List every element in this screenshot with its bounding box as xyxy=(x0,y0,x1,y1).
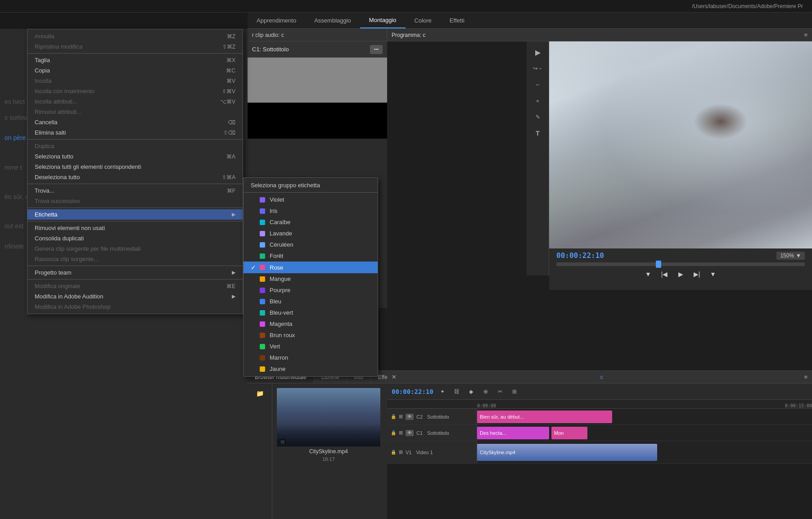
clip-c2-bien-sur[interactable]: Bien sûr, au début... xyxy=(477,411,612,423)
menu-modifica-audition[interactable]: Modifica in Adobe Audition ▶ xyxy=(27,291,243,302)
v1-lock-icon[interactable]: 🔒 xyxy=(391,450,396,455)
progetto-team-arrow: ▶ xyxy=(232,270,235,275)
track-content-c2: Bien sûr, au début... xyxy=(477,409,812,424)
submenu-pourpre[interactable]: Pourpre xyxy=(244,284,378,296)
scrub-bar[interactable] xyxy=(556,262,805,266)
c1-lock-icon[interactable]: 🔒 xyxy=(391,430,396,435)
clip-v1-cityskyline[interactable]: CitySkyline.mp4 xyxy=(477,444,657,461)
rose-dot xyxy=(260,265,265,270)
menu-seleziona-corr[interactable]: Seleziona tutti gli elementi corrisponde… xyxy=(27,162,243,172)
rolling-button[interactable]: ✎ xyxy=(531,111,545,123)
brun-roux-dot xyxy=(260,333,265,338)
submenu-foret[interactable]: Forêt xyxy=(244,250,378,262)
menu-taglia[interactable]: Taglia ⌘X xyxy=(27,55,243,65)
video-overlay xyxy=(549,41,812,248)
subtitle-menu-btn[interactable]: ••• xyxy=(370,45,383,54)
menu-rimuovi-attr[interactable]: Rimuovi attributi... xyxy=(27,107,243,117)
submenu-mangue[interactable]: Mangue xyxy=(244,273,378,284)
menu-seleziona-tutto[interactable]: Seleziona tutto ⌘A xyxy=(27,151,243,162)
timeline-controls: 00:00:22:10 ✦ ⛓ ◆ ⊕ ✂ ⊞ xyxy=(387,384,812,400)
tl-insert-btn[interactable]: ⊕ xyxy=(480,387,491,397)
tl-scissors-btn[interactable]: ✂ xyxy=(495,387,505,397)
menu-annulla[interactable]: Annulla ⌘Z xyxy=(27,31,243,41)
tl-link-btn[interactable]: ⛓ xyxy=(451,387,462,397)
track-label-c2: 🔒 ⊞ 👁 C2 Sottotitolo xyxy=(387,409,477,424)
track-row-v1: 🔒 ⊞ V1 Video 1 CitySkyline.mp4 xyxy=(387,441,812,464)
tab-effetti[interactable]: Effetti xyxy=(441,13,474,28)
track-label-text-c2: C2 xyxy=(416,414,423,420)
play-transport-button[interactable]: ▶ xyxy=(675,269,686,280)
timeline-tracks: 🔒 ⊞ 👁 C2 Sottotitolo Bien sûr, au début.… xyxy=(387,409,812,503)
menu-deseleziona[interactable]: Deseleziona tutto ⇧⌘A xyxy=(27,172,243,182)
marker-in-button[interactable]: ▼ xyxy=(643,269,654,280)
menu-consolida[interactable]: Consolida duplicati xyxy=(27,233,243,244)
track-label-v1: 🔒 ⊞ V1 Video 1 xyxy=(387,441,477,463)
program-title: Programma: c xyxy=(392,32,425,38)
submenu-bleu-vert[interactable]: Bleu-vert xyxy=(244,307,378,318)
track-row-c2: 🔒 ⊞ 👁 C2 Sottotitolo Bien sûr, au début.… xyxy=(387,409,812,425)
ruler-mark-15: 0:00:15:00 xyxy=(785,403,812,408)
marker-out-button[interactable]: ▼ xyxy=(708,269,718,280)
submenu-brun-roux[interactable]: Brun roux xyxy=(244,329,378,341)
step-back-button[interactable]: |◀ xyxy=(659,269,670,280)
play-button[interactable]: ▶ xyxy=(531,46,545,59)
submenu-jaune[interactable]: Jaune xyxy=(244,363,378,375)
menu-genera-clip[interactable]: Genera clip sorgente per file multimedia… xyxy=(27,244,243,254)
menu-trova-succ[interactable]: Trova successivo xyxy=(27,196,243,206)
clip-c1-des-hecta[interactable]: Des hecta... xyxy=(477,427,549,439)
menu-incolla[interactable]: Incolla ⌘V xyxy=(27,76,243,86)
menu-incolla-attr[interactable]: Incolla attributi... ⌥⌘V xyxy=(27,96,243,107)
c2-lock-icon[interactable]: 🔒 xyxy=(391,414,396,419)
menu-modifica-originale[interactable]: Modifica originale ⌘E xyxy=(27,281,243,291)
tl-snap-btn[interactable]: ✦ xyxy=(437,387,448,397)
tl-gap-btn[interactable]: ⊞ xyxy=(509,387,520,397)
browser-folder-icon[interactable]: 📁 xyxy=(253,387,267,400)
submenu-lavande[interactable]: Lavande xyxy=(244,228,378,239)
ripple-button[interactable]: ⋄ xyxy=(531,95,545,107)
submenu-iris[interactable]: Iris xyxy=(244,205,378,217)
menu-duplica[interactable]: Duplica xyxy=(27,141,243,151)
submenu-header-select[interactable]: Seleziona gruppo etichetta xyxy=(244,180,378,191)
submenu-violet[interactable]: Violet xyxy=(244,194,378,205)
tl-marker-btn[interactable]: ◆ xyxy=(466,387,477,397)
menu-incolla-ins[interactable]: Incolla con inserimento ⇧⌘V xyxy=(27,86,243,96)
c2-eye-icon[interactable]: 👁 xyxy=(406,414,414,420)
menu-modifica-photoshop[interactable]: Modifica in Adobe Photoshop xyxy=(27,302,243,312)
submenu-ceruleen[interactable]: Céruléen xyxy=(244,239,378,250)
submenu-magenta[interactable]: Magenta xyxy=(244,318,378,329)
menu-progetto-team[interactable]: Progetto team ▶ xyxy=(27,267,243,278)
sep-7 xyxy=(27,279,243,280)
menu-trova[interactable]: Trova... ⌘F xyxy=(27,185,243,196)
timeline-menu-icon[interactable]: ≡ xyxy=(804,374,807,380)
submenu-rose[interactable]: ✓ Rose xyxy=(244,262,378,273)
menu-etichetta[interactable]: Etichetta ▶ xyxy=(27,209,243,220)
tab-colore[interactable]: Colore xyxy=(406,13,441,28)
step-forward-button[interactable]: ▶| xyxy=(691,269,702,280)
timeline-close-icon[interactable]: ✕ xyxy=(392,374,397,380)
trim-button[interactable]: ↔ xyxy=(531,78,545,91)
tab-montaggio[interactable]: Montaggio xyxy=(360,13,406,28)
submenu-marron[interactable]: Marron xyxy=(244,352,378,363)
subtitle-header: C1: Sottotitolo ••• xyxy=(248,41,387,58)
sep-2 xyxy=(27,139,243,140)
overwrite-button[interactable]: ↪→ xyxy=(531,62,545,75)
ruler-mark-0: 0:00:00 xyxy=(477,403,496,408)
menu-rassocia[interactable]: Rassocia clip sorgente... xyxy=(27,254,243,264)
menu-copia[interactable]: Copia ⌘C xyxy=(27,65,243,76)
submenu-bleu[interactable]: Bleu xyxy=(244,296,378,307)
zoom-control[interactable]: 150% ▼ xyxy=(776,252,805,260)
tab-apprendimento[interactable]: Apprendimento xyxy=(248,13,305,28)
menu-cancella[interactable]: Cancella ⌫ xyxy=(27,117,243,127)
menu-rimuovi-non-usati[interactable]: Rimuovi elementi non usati xyxy=(27,223,243,233)
menu-elimina-salti[interactable]: Elimina salti ⇧⌫ xyxy=(27,127,243,138)
menu-ripristina[interactable]: Ripristina modifica ⇧⌘Z xyxy=(27,41,243,52)
submenu-caraibe[interactable]: Caraïbe xyxy=(244,217,378,228)
scrub-head[interactable] xyxy=(656,261,661,268)
program-menu-icon[interactable]: ≡ xyxy=(804,32,807,38)
submenu-vert[interactable]: Vert xyxy=(244,341,378,352)
tab-assemblaggio[interactable]: Assemblaggio xyxy=(305,13,360,28)
audio-panel-header: r clip audio: c xyxy=(248,29,387,41)
clip-c1-mon[interactable]: Mon xyxy=(551,427,587,439)
text-button[interactable]: T xyxy=(531,127,545,140)
c1-eye-icon[interactable]: 👁 xyxy=(406,430,414,436)
